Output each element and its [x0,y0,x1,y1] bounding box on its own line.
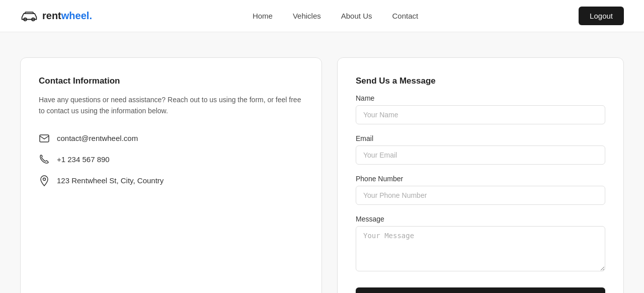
contact-info-title: Contact Information [39,76,303,86]
email-group: Email [356,134,605,165]
contact-phone-item: +1 234 567 890 [39,154,303,165]
message-group: Message [356,215,605,273]
phone-label: Phone Number [356,175,605,183]
nav-vehicles[interactable]: Vehicles [293,12,321,20]
nav-contact[interactable]: Contact [392,12,418,20]
message-label: Message [356,215,605,223]
contact-info-card: Contact Information Have any questions o… [20,57,322,293]
name-group: Name [356,94,605,124]
location-icon [39,175,50,186]
message-textarea[interactable] [356,226,605,271]
name-label: Name [356,94,605,102]
message-form-title: Send Us a Message [356,76,605,86]
phone-group: Phone Number [356,175,605,205]
logo: rentwheel. [20,10,92,22]
svg-rect-2 [40,135,49,142]
contact-address: 123 Rentwheel St, City, Country [57,176,164,185]
nav-about[interactable]: About Us [341,12,372,20]
email-label: Email [356,134,605,142]
message-form-card: Send Us a Message Name Email Phone Numbe… [337,57,624,293]
navbar: rentwheel. Home Vehicles About Us Contac… [0,0,644,32]
email-icon [39,133,50,144]
svg-point-3 [43,178,46,180]
nav-home[interactable]: Home [253,12,273,20]
car-logo-icon [20,11,38,22]
contact-email-item: contact@rentwheel.com [39,133,303,144]
name-input[interactable] [356,105,605,124]
logo-text: rentwheel. [42,10,92,22]
email-input[interactable] [356,145,605,165]
phone-icon [39,154,50,165]
phone-input[interactable] [356,186,605,205]
nav-links: Home Vehicles About Us Contact [253,12,418,20]
main-content: Contact Information Have any questions o… [0,32,644,293]
contact-info-description: Have any questions or need assistance? R… [39,94,303,117]
contact-email: contact@rentwheel.com [57,134,138,142]
contact-phone: +1 234 567 890 [57,155,110,164]
contact-address-item: 123 Rentwheel St, City, Country [39,175,303,186]
submit-button[interactable]: Submit [356,287,605,293]
logout-button[interactable]: Logout [579,7,624,25]
